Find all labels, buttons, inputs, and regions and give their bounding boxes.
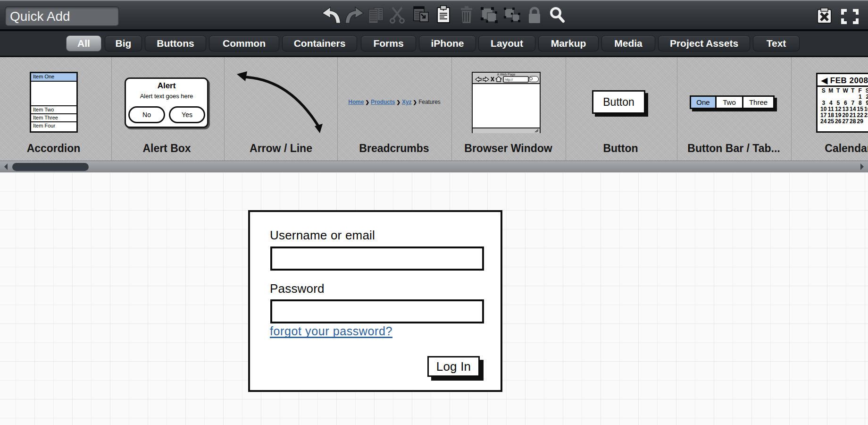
- svg-text:http://: http://: [505, 78, 513, 82]
